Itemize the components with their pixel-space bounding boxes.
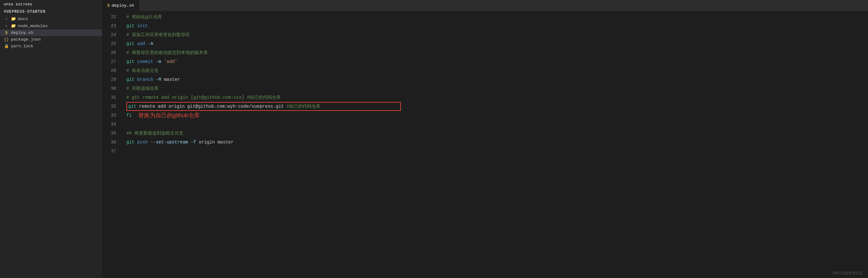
code-token: push bbox=[137, 140, 148, 145]
code-line-34 bbox=[126, 120, 868, 129]
tab-bar: $ deploy.sh bbox=[102, 0, 868, 11]
code-token: ## 将更新推送到远程主分支 bbox=[126, 130, 184, 136]
code-token: -m bbox=[156, 59, 161, 64]
code-token bbox=[134, 140, 137, 145]
code-token: -M bbox=[156, 77, 161, 82]
code-token bbox=[126, 122, 129, 127]
sidebar-item-label: deploy.sh bbox=[11, 30, 33, 35]
code-token: #自己的代码仓库 bbox=[284, 104, 320, 109]
code-token: # git remote add origin [git@github.com:… bbox=[126, 94, 281, 100]
sidebar-item-node-modules[interactable]: › 📁 node_modules bbox=[0, 22, 102, 29]
code-line-23: git init bbox=[126, 21, 868, 30]
sidebar-item-docs[interactable]: › 📁 docs bbox=[0, 15, 102, 22]
code-token: origin master bbox=[196, 140, 234, 145]
code-token: fi bbox=[126, 113, 132, 118]
code-line-31: # git remote add origin [git@github.com:… bbox=[126, 93, 868, 102]
code-token: # 将暂存区里的改动提交到本地的版本库 bbox=[126, 50, 208, 56]
line-numbers: 22 23 24 25 26 27 28 29 30 31 32 33 34 3… bbox=[102, 11, 121, 278]
code-token bbox=[134, 41, 137, 46]
code-line-24: # 添加工作区所有变化到暂存区 bbox=[126, 30, 868, 39]
code-token: git bbox=[126, 140, 134, 145]
watermark: ©稀土掘金技术社区 bbox=[832, 271, 863, 275]
code-line-29: git branch -M master bbox=[126, 75, 868, 84]
shell-icon: $ bbox=[4, 30, 9, 35]
sidebar: OPEN EDITORS VUEPRESS-STARTER › 📁 docs ›… bbox=[0, 0, 102, 278]
code-token: commit bbox=[137, 59, 153, 64]
code-token bbox=[126, 148, 129, 154]
sidebar-item-label: node_modules bbox=[18, 24, 48, 28]
code-token: git bbox=[126, 77, 134, 82]
folder-icon: 📁 bbox=[11, 16, 16, 21]
code-token: branch bbox=[137, 77, 153, 82]
code-token bbox=[134, 23, 137, 28]
chevron-right-icon: › bbox=[4, 24, 9, 28]
code-token: -A bbox=[148, 41, 153, 46]
code-token: master bbox=[161, 77, 180, 82]
code-token: # 添加工作区所有变化到暂存区 bbox=[126, 32, 190, 38]
code-token: 'add' bbox=[164, 59, 178, 64]
code-container: 22 23 24 25 26 27 28 29 30 31 32 33 34 3… bbox=[102, 11, 868, 278]
code-line-33: fi 替换为自己的github仓库 bbox=[126, 111, 868, 120]
code-token bbox=[153, 59, 156, 64]
code-token: init bbox=[137, 23, 148, 28]
sidebar-item-package-json[interactable]: {} package.json bbox=[0, 36, 102, 43]
code-token bbox=[134, 59, 137, 64]
project-title: VUEPRESS-STARTER bbox=[0, 8, 102, 15]
editor-area: $ deploy.sh 22 23 24 25 26 27 28 29 30 3… bbox=[102, 0, 868, 278]
code-token: -f bbox=[191, 140, 196, 145]
code-token bbox=[161, 59, 164, 64]
code-line-25: git add -A bbox=[126, 39, 868, 48]
tab-shell-icon: $ bbox=[107, 3, 110, 8]
folder-icon: 📁 bbox=[11, 23, 16, 28]
code-token bbox=[148, 140, 150, 145]
code-line-28: # 命名当前分支 bbox=[126, 66, 868, 75]
sidebar-item-deploy-sh[interactable]: $ deploy.sh bbox=[0, 29, 102, 36]
json-icon: {} bbox=[4, 37, 9, 42]
code-line-30: # 关联远端仓库 bbox=[126, 84, 868, 93]
code-line-27: git commit -m 'add' bbox=[126, 57, 868, 66]
tab-deploy-sh[interactable]: $ deploy.sh bbox=[102, 0, 140, 11]
code-token: --set-upstream bbox=[151, 140, 188, 145]
code-line-32: git remote add origin git@github.com:wyh… bbox=[126, 102, 401, 111]
code-token bbox=[145, 41, 148, 46]
code-annotation: 替换为自己的github仓库 bbox=[138, 112, 200, 119]
open-editors-title: OPEN EDITORS bbox=[0, 0, 102, 8]
code-token: # 初始化git仓库 bbox=[126, 14, 162, 20]
code-token bbox=[188, 140, 190, 145]
tab-label: deploy.sh bbox=[112, 3, 134, 8]
code-token: add bbox=[137, 41, 145, 46]
code-line-26: # 将暂存区里的改动提交到本地的版本库 bbox=[126, 48, 868, 57]
lock-icon: 🔒 bbox=[4, 44, 9, 49]
code-line-22: # 初始化git仓库 bbox=[126, 12, 868, 21]
code-token: git bbox=[126, 41, 134, 46]
code-line-36: git push --set-upstream -f origin master bbox=[126, 138, 868, 147]
chevron-right-icon: › bbox=[4, 17, 9, 21]
code-token: git bbox=[126, 23, 134, 28]
code-line-37 bbox=[126, 147, 868, 156]
sidebar-item-label: docs bbox=[18, 17, 28, 21]
code-token: git bbox=[126, 59, 134, 64]
code-token: git bbox=[128, 104, 136, 109]
code-line-35: ## 将更新推送到远程主分支 bbox=[126, 129, 868, 138]
code-token bbox=[153, 77, 156, 82]
sidebar-item-yarn-lock[interactable]: 🔒 yarn.lock bbox=[0, 43, 102, 50]
code-content[interactable]: # 初始化git仓库 git init # 添加工作区所有变化到暂存区 git … bbox=[121, 11, 868, 278]
code-token bbox=[134, 77, 137, 82]
sidebar-item-label: yarn.lock bbox=[11, 44, 33, 49]
code-token: # 命名当前分支 bbox=[126, 68, 159, 74]
code-token: remote add origin git@github.com:wyh-cod… bbox=[136, 104, 284, 109]
sidebar-item-label: package.json bbox=[11, 37, 41, 42]
code-token: # 关联远端仓库 bbox=[126, 86, 159, 91]
